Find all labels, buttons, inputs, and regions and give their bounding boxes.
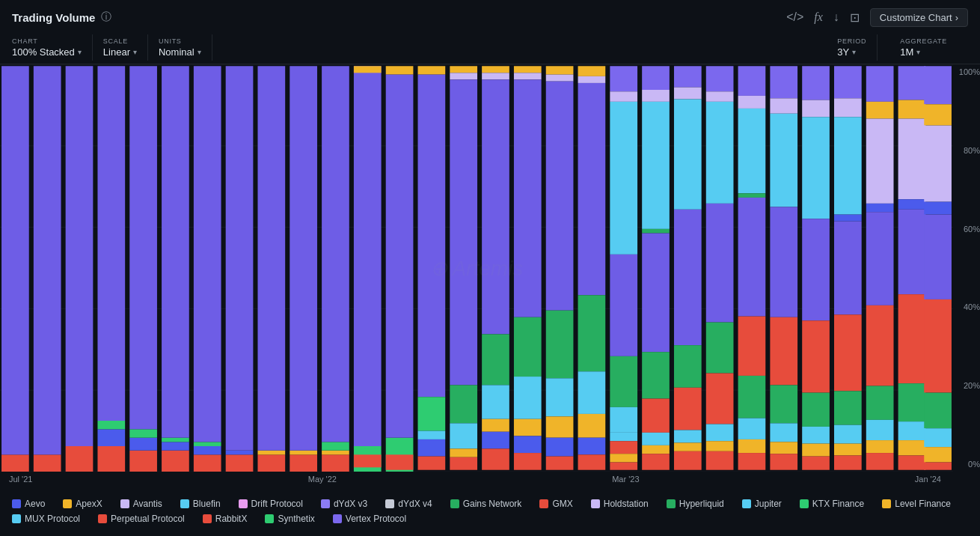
legend-item: ApexX — [63, 499, 102, 509]
svg-rect-187 — [898, 421, 926, 440]
legend-item: GMX — [539, 499, 572, 509]
svg-rect-32 — [257, 451, 285, 455]
svg-rect-25 — [194, 446, 221, 454]
legend-item: KTX Finance — [800, 499, 864, 509]
info-icon[interactable]: ⓘ — [101, 10, 111, 24]
legend-item: RabbitX — [203, 514, 248, 524]
svg-rect-26 — [194, 442, 221, 446]
svg-rect-49 — [418, 66, 446, 74]
svg-rect-125 — [706, 102, 734, 204]
svg-rect-48 — [386, 75, 414, 438]
legend-item: dYdX v4 — [385, 499, 432, 509]
svg-rect-157 — [802, 427, 830, 444]
scale-dropdown[interactable]: Linear ▾ — [103, 46, 137, 58]
svg-rect-75 — [514, 419, 542, 436]
legend-label: Level Finance — [895, 499, 951, 509]
stacked-bar-chart — [0, 64, 953, 472]
svg-rect-54 — [418, 457, 446, 470]
svg-rect-122 — [674, 451, 702, 470]
svg-rect-16 — [129, 451, 157, 472]
svg-rect-160 — [834, 66, 862, 98]
svg-rect-138 — [738, 376, 766, 418]
svg-rect-144 — [770, 114, 797, 207]
legend-label: GMX — [552, 499, 572, 509]
svg-rect-15 — [97, 66, 125, 421]
legend-item: Holdstation — [591, 499, 649, 509]
period-dropdown[interactable]: 3Y ▾ — [837, 46, 866, 58]
svg-rect-40 — [322, 66, 349, 442]
svg-rect-83 — [546, 416, 574, 437]
legend-label: dYdX v3 — [334, 499, 367, 509]
aggregate-dropdown[interactable]: 1M ▾ — [900, 46, 947, 58]
svg-rect-88 — [578, 83, 606, 295]
legend-label: ApexX — [76, 499, 102, 509]
period-control: PERIOD 3Y ▾ — [837, 34, 878, 61]
svg-rect-9 — [34, 66, 61, 454]
svg-rect-113 — [642, 454, 670, 470]
svg-rect-18 — [129, 429, 157, 437]
svg-rect-27 — [194, 66, 221, 442]
legend-label: Drift Protocol — [251, 499, 303, 509]
svg-rect-95 — [610, 91, 637, 102]
svg-rect-192 — [924, 126, 952, 202]
legend-label: Perpetual Protocol — [111, 514, 185, 524]
period-chevron-icon: ▾ — [852, 48, 856, 56]
svg-rect-60 — [450, 448, 477, 457]
svg-rect-96 — [610, 102, 637, 255]
svg-rect-171 — [866, 102, 894, 119]
legend-color-swatch — [63, 499, 72, 508]
svg-rect-8 — [34, 454, 61, 472]
svg-rect-82 — [546, 378, 574, 416]
svg-rect-182 — [898, 119, 926, 200]
formula-icon[interactable]: fx — [814, 10, 823, 24]
svg-rect-164 — [834, 222, 862, 315]
svg-rect-101 — [610, 441, 637, 454]
svg-rect-152 — [802, 100, 830, 118]
svg-rect-86 — [578, 66, 606, 76]
svg-rect-198 — [924, 447, 952, 462]
svg-rect-28 — [226, 454, 254, 472]
svg-rect-53 — [418, 439, 446, 457]
customize-chart-button[interactable]: Customize Chart › — [870, 8, 968, 27]
period-label: PERIOD — [837, 37, 866, 45]
download-icon[interactable]: ↓ — [833, 10, 839, 24]
svg-rect-139 — [738, 418, 766, 439]
svg-rect-71 — [514, 73, 542, 79]
svg-rect-131 — [706, 451, 734, 470]
legend-item: MUX Protocol — [12, 514, 80, 524]
svg-rect-167 — [834, 425, 862, 444]
svg-rect-73 — [514, 317, 542, 377]
svg-rect-140 — [738, 439, 766, 453]
period-controls: PERIOD 3Y ▾ AGGREGATE 1M ▾ — [837, 34, 968, 61]
svg-rect-169 — [834, 455, 862, 469]
svg-rect-59 — [450, 423, 477, 448]
chart-area[interactable]: ⊕ Artemis — [0, 64, 953, 472]
svg-rect-184 — [898, 210, 926, 294]
code-icon[interactable]: </> — [786, 10, 803, 24]
svg-rect-161 — [834, 98, 862, 117]
chart-dropdown[interactable]: 100% Stacked ▾ — [12, 46, 82, 58]
x-label-jan24: Jan '24 — [915, 475, 941, 485]
svg-rect-166 — [834, 391, 862, 424]
y-label-80: 80% — [953, 146, 980, 155]
x-label-mar23: Mar '23 — [612, 475, 639, 485]
svg-rect-38 — [322, 451, 349, 455]
svg-rect-63 — [482, 73, 509, 79]
svg-rect-13 — [97, 429, 125, 446]
svg-rect-77 — [514, 453, 542, 470]
svg-rect-115 — [674, 88, 702, 100]
svg-rect-12 — [97, 446, 125, 472]
camera-icon[interactable]: ⊡ — [850, 10, 860, 25]
legend-color-swatch — [450, 499, 459, 508]
svg-rect-80 — [546, 82, 574, 311]
svg-rect-62 — [482, 66, 509, 73]
svg-rect-50 — [418, 75, 446, 398]
svg-rect-123 — [706, 66, 734, 91]
legend-item: Gains Network — [450, 499, 522, 509]
svg-rect-177 — [866, 420, 894, 440]
legend-label: Jupiter — [755, 499, 782, 509]
y-label-100: 100% — [953, 67, 980, 76]
svg-rect-17 — [129, 438, 157, 451]
units-dropdown[interactable]: Nominal ▾ — [159, 46, 201, 58]
legend-item: Hyperliquid — [667, 499, 724, 509]
